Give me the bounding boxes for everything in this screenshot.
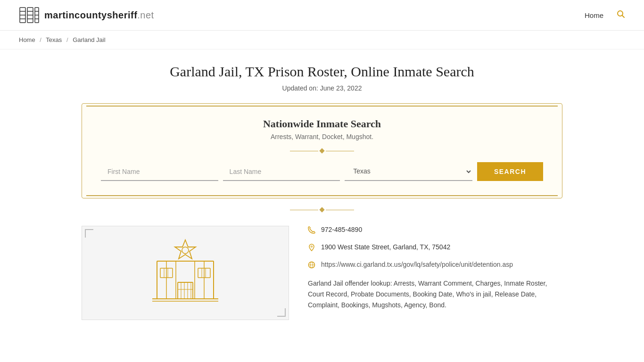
main-nav: Home [585, 10, 625, 21]
location-icon [308, 244, 315, 253]
divider-bottom-line-right [326, 210, 354, 210]
description-text: Garland Jail offender lookup: Arrests, W… [308, 278, 562, 311]
site-header: martincountysheriff.net Home [0, 0, 644, 31]
first-name-input[interactable] [101, 163, 218, 181]
divider-bottom [82, 208, 562, 212]
main-content: Garland Jail, TX Prison Roster, Online I… [63, 49, 581, 334]
logo-text: martincountysheriff.net [44, 10, 154, 21]
svg-point-14 [182, 247, 189, 254]
search-container: Nationwide Inmate Search Arrests, Warran… [82, 103, 562, 198]
header-search-button[interactable] [617, 10, 625, 21]
globe-icon [308, 261, 315, 271]
breadcrumb: Home / Texas / Garland Jail [0, 31, 644, 49]
contact-info: 972-485-4890 1900 West State Street, Gar… [308, 226, 562, 311]
logo-area: martincountysheriff.net [19, 7, 154, 24]
divider-line-right [326, 151, 354, 151]
last-name-input[interactable] [223, 163, 340, 181]
website-link[interactable]: https://www.ci.garland.tx.us/gov/lq/safe… [321, 261, 513, 268]
svg-rect-15 [157, 261, 214, 299]
website-row: https://www.ci.garland.tx.us/gov/lq/safe… [308, 261, 562, 271]
search-fields: AlabamaAlaskaArizonaArkansasCaliforniaCo… [101, 162, 543, 181]
svg-line-13 [622, 15, 625, 17]
phone-icon [308, 226, 315, 236]
search-button[interactable]: SEARCH [477, 162, 543, 181]
address-text: 1900 West State Street, Garland, TX, 750… [321, 243, 450, 251]
divider-line-left [290, 151, 318, 151]
breadcrumb-home[interactable]: Home [19, 36, 35, 43]
jail-image [82, 226, 289, 320]
phone-number: 972-485-4890 [321, 226, 362, 233]
phone-row: 972-485-4890 [308, 226, 562, 236]
building-illustration [138, 235, 232, 311]
state-select[interactable]: AlabamaAlaskaArizonaArkansasCaliforniaCo… [345, 162, 472, 181]
divider-bottom-diamond [319, 207, 324, 212]
logo-icon [19, 7, 40, 24]
breadcrumb-current: Garland Jail [73, 36, 105, 43]
breadcrumb-sep-2: / [66, 36, 68, 43]
nav-home-link[interactable]: Home [585, 11, 603, 19]
search-title: Nationwide Inmate Search [101, 118, 543, 130]
address-row: 1900 West State Street, Garland, TX, 750… [308, 243, 562, 253]
breadcrumb-texas[interactable]: Texas [46, 36, 62, 43]
search-subtitle: Arrests, Warrant, Docket, Mugshot. [101, 133, 543, 140]
divider-top [101, 149, 543, 153]
svg-point-34 [311, 246, 313, 247]
divider-bottom-line-left [290, 210, 318, 210]
breadcrumb-sep-1: / [40, 36, 41, 43]
divider-diamond-shape [319, 148, 324, 153]
page-title: Garland Jail, TX Prison Roster, Online I… [82, 64, 562, 80]
svg-rect-26 [178, 282, 193, 299]
search-icon [617, 10, 625, 18]
updated-date: Updated on: June 23, 2022 [82, 84, 562, 92]
info-section: 972-485-4890 1900 West State Street, Gar… [82, 226, 562, 320]
